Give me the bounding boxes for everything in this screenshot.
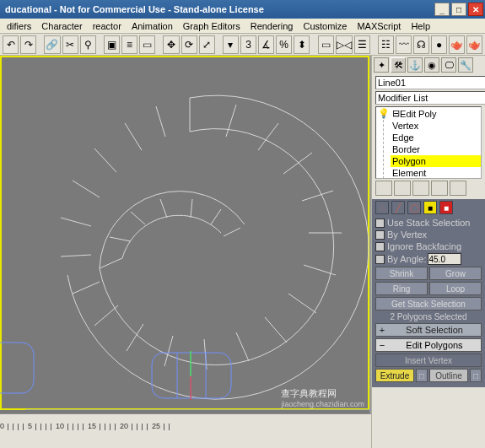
menu-help[interactable]: Help [411,21,430,31]
layers-button[interactable]: ☷ [378,35,394,54]
vertex-subobj-icon[interactable]: ∴ [375,201,389,214]
show-end-result-button[interactable] [394,181,411,196]
menu-customize[interactable]: Customize [303,21,347,31]
hierarchy-tab[interactable]: ⚓ [407,57,423,73]
svg-line-22 [110,237,131,241]
svg-line-16 [61,218,91,226]
ring-button[interactable]: Ring [375,282,428,295]
render-button[interactable]: 🫖 [449,35,465,54]
edge-subobj-icon[interactable]: ╱ [391,201,405,214]
create-tab[interactable]: ✦ [374,57,389,73]
stack-edge[interactable]: Edge [391,132,481,143]
curve-editor-button[interactable]: 〰 [396,35,412,54]
by-angle-checkbox[interactable]: By Angle: [375,253,482,265]
display-tab[interactable]: 🖵 [441,57,456,73]
svg-line-27 [224,228,240,236]
stack-toolbar [375,181,482,196]
object-name-input[interactable] [375,76,485,89]
menu-rendering[interactable]: Rendering [251,21,294,31]
svg-line-2 [258,123,278,150]
modifier-list-dropdown[interactable] [375,91,485,105]
outline-button[interactable]: Outline [429,369,468,382]
svg-line-26 [211,209,221,224]
titlebar: ducational - Not for Commercial Use - St… [0,0,485,19]
percent-snap-button[interactable]: % [276,35,292,54]
mirror-button[interactable]: ▷◁ [336,35,353,54]
use-stack-checkbox[interactable]: Use Stack Selection [375,218,482,228]
make-unique-button[interactable] [412,181,429,196]
wireframe-drawing [0,56,371,410]
get-stack-selection-button[interactable]: Get Stack Selection [375,297,482,310]
extrude-settings-button[interactable]: □ [416,369,428,382]
extrude-button[interactable]: Extrude [375,369,414,382]
stack-element[interactable]: Element [391,167,481,179]
main-toolbar: ↶ ↷ 🔗 ✂ ⚲ ▣ ≡ ▭ ✥ ⟳ ⤢ ▾ 3 ∡ % ⬍ ▭ ▷◁ ☰ ☷… [0,34,485,56]
selection-status: 2 Polygons Selected [375,312,482,321]
stack-polygon[interactable]: Polygon [391,155,481,167]
remove-modifier-button[interactable] [431,181,448,196]
viewport[interactable]: 查字典教程网 jiaocheng.chazidian.com [0,56,371,430]
svg-line-24 [160,199,167,218]
border-subobj-icon[interactable]: ◯ [407,201,421,214]
stack-border[interactable]: Border [391,143,481,155]
command-tabs: ✦ 🛠 ⚓ ◉ 🖵 🔧 [372,56,485,74]
align-button[interactable]: ☰ [354,35,370,54]
move-button[interactable]: ✥ [163,35,179,54]
menu-reactor[interactable]: reactor [93,21,121,31]
motion-tab[interactable]: ◉ [424,57,439,73]
svg-line-11 [164,336,173,366]
minimize-button[interactable]: _ [434,3,450,16]
viewport-area: 查字典教程网 jiaocheng.chazidian.com 0 5 10 15… [0,56,371,430]
pin-stack-button[interactable] [375,181,392,196]
menu-maxscript[interactable]: MAXScript [357,21,401,31]
modifier-stack[interactable]: 💡 ⊟ Edit Poly Vertex Edge Border Polygon… [375,106,482,179]
modify-tab[interactable]: 🛠 [391,57,406,73]
scale-button[interactable]: ⤢ [199,35,215,54]
angle-value-input[interactable] [428,253,461,265]
grow-button[interactable]: Grow [429,267,482,280]
unlink-button[interactable]: ✂ [62,35,78,54]
svg-line-1 [226,105,236,137]
edit-polygons-rollout[interactable]: −Edit Polygons [375,338,482,352]
refcoord-button[interactable]: ▾ [223,35,239,54]
menu-modifiers[interactable]: difiers [7,21,31,31]
command-panel: ✦ 🛠 ⚓ ◉ 🖵 🔧 ▼ 💡 ⊟ Edit Poly Vertex Edge … [371,56,485,448]
named-sel-button[interactable]: ▭ [318,35,334,54]
configure-sets-button[interactable] [450,181,466,196]
outline-settings-button[interactable]: □ [470,369,482,382]
element-subobj-icon[interactable]: ■ [439,201,453,214]
stack-edit-poly[interactable]: 💡 ⊟ Edit Poly [376,107,481,120]
shrink-button[interactable]: Shrink [375,267,428,280]
svg-line-4 [302,191,333,201]
link-button[interactable]: 🔗 [44,35,60,54]
time-ruler[interactable]: 0 5 10 15 20 25 [0,413,371,430]
utilities-tab[interactable]: 🔧 [458,57,473,73]
material-button[interactable]: ● [431,35,447,54]
bind-button[interactable]: ⚲ [80,35,96,54]
maximize-button[interactable]: □ [451,3,466,16]
menubar: difiers Character reactor Animation Grap… [0,19,485,34]
ignore-backfacing-checkbox[interactable]: Ignore Backfacing [375,241,482,251]
snap-button[interactable]: 3 [240,35,256,54]
svg-line-15 [61,255,91,256]
menu-graph-editors[interactable]: Graph Editors [183,21,240,31]
loop-button[interactable]: Loop [429,282,482,295]
rotate-button[interactable]: ⟳ [181,35,197,54]
polygon-subobj-icon[interactable]: ■ [423,201,437,214]
select-name-button[interactable]: ≡ [121,35,137,54]
stack-vertex[interactable]: Vertex [391,120,481,132]
spinner-snap-button[interactable]: ⬍ [294,35,310,54]
schematic-button[interactable]: ☊ [413,35,429,54]
menu-character[interactable]: Character [41,21,82,31]
soft-selection-rollout[interactable]: +Soft Selection [375,323,482,337]
by-vertex-checkbox[interactable]: By Vertex [375,229,482,240]
angle-snap-button[interactable]: ∡ [258,35,274,54]
redo-button[interactable]: ↷ [20,35,36,54]
menu-animation[interactable]: Animation [132,21,173,31]
quick-render-button[interactable]: 🫖 [466,35,482,54]
insert-vertex-button[interactable]: Insert Vertex [375,354,482,367]
select-button[interactable]: ▣ [104,35,120,54]
close-button[interactable]: ✕ [468,3,483,16]
undo-button[interactable]: ↶ [3,35,19,54]
select-rect-button[interactable]: ▭ [139,35,155,54]
